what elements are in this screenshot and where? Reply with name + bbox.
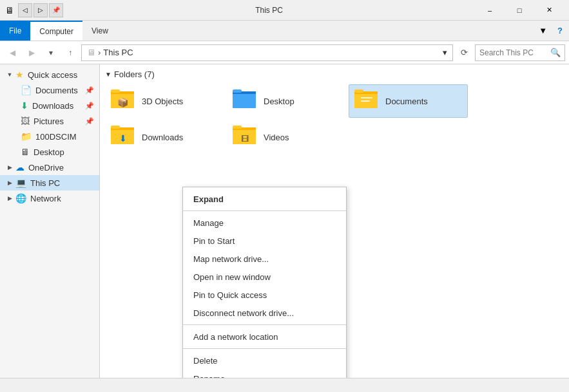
folder-videos-icon: 🎞 [233,124,257,151]
title-bar-icon: 🖥 [5,5,14,15]
folder-documents-label: Documents [385,97,428,106]
title-bar-tabs: ◁ ▷ 📌 [18,3,63,17]
ribbon-file-tab[interactable]: File [0,21,30,41]
minimize-button[interactable]: – [475,0,505,21]
folders-grid: 📦 3D Objects Desktop [105,84,564,154]
svg-rect-9 [354,89,363,93]
sidebar-downloads[interactable]: ⬇ Downloads 📌 [5,98,99,113]
address-path[interactable]: 🖥 › This PC ▾ [81,44,453,61]
sidebar-100dscim[interactable]: 📁 100DSCIM [5,129,99,144]
sidebar: ▼ ★ Quick access 📄 Documents 📌 ⬇ Downloa… [0,64,100,378]
svg-rect-18 [233,126,242,129]
ribbon-view-tab[interactable]: View [82,21,117,41]
ribbon-expand-button[interactable]: ▼ [535,21,551,41]
folder-videos-label: Videos [264,133,289,142]
svg-rect-14 [111,126,120,129]
forward-button[interactable]: ▶ [23,44,40,61]
pictures-icon: 🖼 [21,116,30,126]
refresh-button[interactable]: ⟳ [456,44,472,61]
sidebar-desktop[interactable]: 🖥 Desktop [5,144,99,160]
ribbon-computer-tab[interactable]: Computer [30,21,82,41]
100dscim-icon: 📁 [21,131,32,142]
star-icon: ★ [15,70,24,80]
folder-desktop-label: Desktop [264,97,294,106]
folder-3d-icon: 📦 [111,88,135,115]
title-bar: 🖥 ◁ ▷ 📌 This PC – □ ✕ [0,0,569,21]
breadcrumb-thispc: This PC [103,48,133,57]
folder-videos[interactable]: 🎞 Videos [227,120,346,154]
pin-tab[interactable]: 📌 [49,3,63,17]
quickaccess-label: Quick access [28,70,77,80]
folder-desktop[interactable]: Desktop [227,84,346,118]
ctx-disconnect[interactable]: Disconnect network drive... [183,304,346,322]
ctx-pin-start[interactable]: Pin to Start [183,232,346,250]
svg-rect-10 [361,97,372,98]
onedrive-icon: ☁ [15,162,24,173]
folder-downloads-label: Downloads [142,133,183,142]
back-button[interactable]: ◀ [4,44,21,61]
ctx-expand[interactable]: Expand [183,190,346,208]
folder-downloads-icon: ⬇ [111,124,135,151]
documents-label: Documents [35,86,78,95]
sidebar-network[interactable]: ▶ 🌐 Network [0,191,99,206]
address-chevron: ▾ [443,48,447,57]
svg-rect-6 [233,89,242,93]
ctx-map-network[interactable]: Map network drive... [183,250,346,268]
ribbon: File Computer View ▼ ? [0,21,569,41]
ctx-open-window[interactable]: Open in new window [183,268,346,286]
downloads-icon: ⬇ [21,100,28,111]
sidebar-onedrive[interactable]: ▶ ☁ OneDrive [0,160,99,175]
context-menu: Expand Manage Pin to Start Map network d… [182,187,347,378]
ctx-manage[interactable]: Manage [183,214,346,232]
ctx-add-network[interactable]: Add a network location [183,328,346,346]
folders-label: Folders (7) [114,70,155,79]
folder-documents[interactable]: Documents [349,84,468,118]
folder-desktop-icon [233,88,257,115]
folders-chevron: ▼ [105,71,111,78]
search-box[interactable]: 🔍 [475,44,565,61]
ctx-divider-3 [183,348,346,349]
documents-pin: 📌 [85,86,94,95]
thispc-label: This PC [30,178,60,188]
downloads-label: Downloads [32,101,73,111]
ctx-rename[interactable]: Rename [183,369,346,378]
sidebar-thispc[interactable]: ▶ 💻 This PC [0,175,99,191]
up-button[interactable]: ↑ [62,44,79,61]
svg-text:🎞: 🎞 [241,135,249,144]
address-bar: ◀ ▶ ▾ ↑ 🖥 › This PC ▾ ⟳ 🔍 [0,41,569,64]
title-bar-title: This PC [63,6,475,15]
quickaccess-expand-icon: ▼ [5,71,14,78]
onedrive-label: OneDrive [28,163,64,173]
100dscim-label: 100DSCIM [35,132,77,142]
sidebar-desktop-label: Desktop [34,147,64,157]
close-button[interactable]: ✕ [534,0,564,21]
maximize-button[interactable]: □ [505,0,534,21]
documents-icon: 📄 [21,85,32,95]
folder-downloads[interactable]: ⬇ Downloads [105,120,224,154]
quick-access-tab[interactable]: ◁ [18,3,32,17]
network-label: Network [30,194,61,203]
svg-rect-2 [111,89,120,93]
dropdown-button[interactable]: ▾ [43,44,59,61]
sidebar-pictures[interactable]: 🖼 Pictures 📌 [5,113,99,129]
downloads-pin: 📌 [85,102,94,110]
folder-3dobjects-label: 3D Objects [142,97,183,106]
ctx-pin-quick[interactable]: Pin to Quick access [183,286,346,304]
title-bar-controls: – □ ✕ [475,0,564,21]
ctx-delete[interactable]: Delete [183,351,346,369]
svg-text:⬇: ⬇ [119,133,127,144]
folder-3dobjects[interactable]: 📦 3D Objects [105,84,224,118]
search-input[interactable] [479,48,550,57]
content-area: ▼ Folders (7) 📦 3D Objects [100,64,569,378]
thispc-icon: 💻 [15,178,26,188]
forward-tab[interactable]: ▷ [34,3,48,17]
ribbon-help-button[interactable]: ? [551,21,569,41]
folder-documents-icon [354,88,379,115]
pictures-pin: 📌 [85,117,94,126]
folders-section-header: ▼ Folders (7) [105,70,564,79]
sidebar-documents[interactable]: 📄 Documents 📌 [5,82,99,98]
quickaccess-section: 📄 Documents 📌 ⬇ Downloads 📌 🖼 Pictures 📌… [0,82,99,160]
status-bar [0,378,569,392]
svg-rect-11 [361,100,370,102]
sidebar-quickaccess[interactable]: ▼ ★ Quick access [0,67,99,82]
